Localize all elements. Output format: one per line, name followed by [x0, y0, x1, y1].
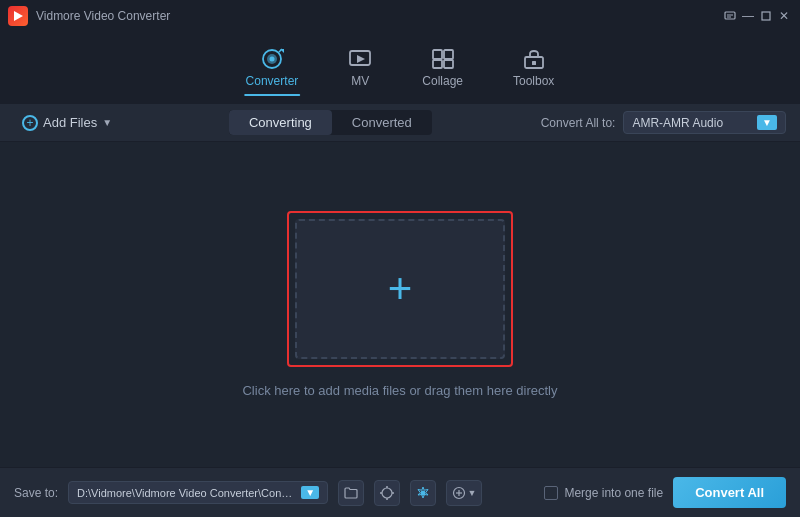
- settings-btn-3[interactable]: ▼: [446, 480, 482, 506]
- drop-zone-outer: +: [287, 211, 513, 367]
- add-files-button[interactable]: + Add Files ▼: [14, 111, 120, 135]
- title-bar-left: Vidmore Video Converter: [8, 6, 170, 26]
- bottom-right: Merge into one file Convert All: [544, 477, 786, 508]
- save-to-label: Save to:: [14, 486, 58, 500]
- tab-converted[interactable]: Converted: [332, 110, 432, 135]
- svg-marker-0: [14, 11, 23, 21]
- toolbar-right: Convert All to: AMR-AMR Audio ▼: [541, 111, 786, 134]
- main-content: + Click here to add media files or drag …: [0, 142, 800, 467]
- drop-zone-container[interactable]: +: [287, 211, 513, 367]
- toolbar: + Add Files ▼ Converting Converted Conve…: [0, 104, 800, 142]
- svg-point-7: [269, 57, 274, 62]
- close-btn[interactable]: ✕: [776, 8, 792, 24]
- svg-rect-4: [762, 12, 770, 20]
- merge-checkbox-area[interactable]: Merge into one file: [544, 486, 663, 500]
- app-title: Vidmore Video Converter: [36, 9, 170, 23]
- format-dropdown-arrow: ▼: [757, 115, 777, 130]
- tab-toolbox-label: Toolbox: [513, 74, 554, 88]
- tab-converter-label: Converter: [246, 74, 299, 88]
- settings-btn-2[interactable]: [410, 480, 436, 506]
- restore-btn[interactable]: [758, 8, 774, 24]
- drop-zone-inner[interactable]: +: [295, 219, 505, 359]
- tab-collage[interactable]: Collage: [402, 40, 483, 96]
- drop-plus-icon: +: [388, 268, 413, 310]
- settings-dropdown-arrow: ▼: [468, 488, 477, 498]
- svg-rect-14: [444, 60, 453, 68]
- merge-checkbox[interactable]: [544, 486, 558, 500]
- convert-all-button[interactable]: Convert All: [673, 477, 786, 508]
- toolbox-icon: [522, 48, 546, 70]
- message-btn[interactable]: [722, 8, 738, 24]
- tab-mv-label: MV: [351, 74, 369, 88]
- convert-all-label: Convert All to:: [541, 116, 616, 130]
- mv-icon: [348, 48, 372, 70]
- add-files-dropdown-arrow: ▼: [102, 117, 112, 128]
- app-logo: [8, 6, 28, 26]
- svg-rect-11: [433, 50, 442, 59]
- tab-mv[interactable]: MV: [328, 40, 392, 96]
- merge-label: Merge into one file: [564, 486, 663, 500]
- svg-rect-16: [532, 61, 536, 65]
- drop-hint: Click here to add media files or drag th…: [242, 383, 557, 398]
- format-select[interactable]: AMR-AMR Audio ▼: [623, 111, 786, 134]
- tab-collage-label: Collage: [422, 74, 463, 88]
- svg-point-17: [382, 488, 392, 498]
- selected-format: AMR-AMR Audio: [632, 116, 723, 130]
- open-folder-btn[interactable]: [338, 480, 364, 506]
- converter-icon: [260, 48, 284, 70]
- save-path-box[interactable]: D:\Vidmore\Vidmore Video Converter\Conve…: [68, 481, 328, 504]
- title-bar: Vidmore Video Converter — ✕: [0, 0, 800, 32]
- tab-switch: Converting Converted: [229, 110, 432, 135]
- tab-converting[interactable]: Converting: [229, 110, 332, 135]
- minimize-btn[interactable]: —: [740, 8, 756, 24]
- nav-bar: Converter MV Collage: [0, 32, 800, 104]
- add-files-label: Add Files: [43, 115, 97, 130]
- svg-rect-12: [444, 50, 453, 59]
- add-icon: +: [22, 115, 38, 131]
- svg-rect-13: [433, 60, 442, 68]
- save-path-text: D:\Vidmore\Vidmore Video Converter\Conve…: [77, 487, 295, 499]
- bottom-bar: Save to: D:\Vidmore\Vidmore Video Conver…: [0, 467, 800, 517]
- title-bar-controls: — ✕: [722, 8, 792, 24]
- tab-converter[interactable]: Converter: [226, 40, 319, 96]
- save-path-dropdown-arrow: ▼: [301, 486, 319, 499]
- settings-btn-1[interactable]: [374, 480, 400, 506]
- tab-toolbox[interactable]: Toolbox: [493, 40, 574, 96]
- collage-icon: [431, 48, 455, 70]
- toolbar-left: + Add Files ▼: [14, 111, 120, 135]
